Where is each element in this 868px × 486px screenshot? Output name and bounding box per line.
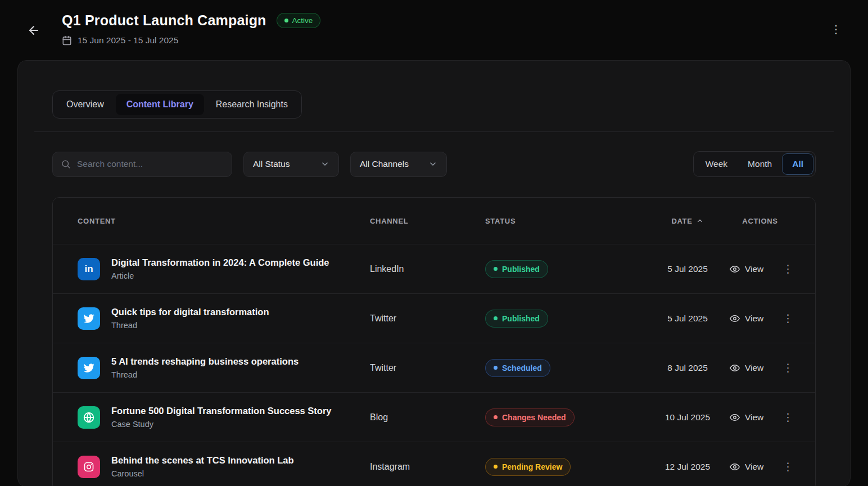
tab-content-library[interactable]: Content Library: [116, 94, 204, 115]
kebab-menu-icon: ⋮: [783, 411, 793, 423]
campaign-card: Overview Content Library Research Insigh…: [17, 60, 851, 486]
tab-divider: [34, 131, 834, 132]
status-filter-value: All Status: [253, 159, 290, 169]
search-input[interactable]: [77, 159, 224, 169]
page-title: Q1 Product Launch Campaign: [62, 12, 266, 29]
status-label: Changes Needed: [502, 413, 566, 422]
instagram-icon: [78, 456, 100, 478]
linkedin-icon: in: [78, 258, 100, 280]
view-toggle-all[interactable]: All: [783, 154, 813, 174]
channel-filter-value: All Channels: [360, 159, 409, 169]
eye-icon: [730, 462, 740, 472]
status-filter-dropdown[interactable]: All Status: [243, 152, 339, 177]
status-dot-icon: [284, 19, 288, 22]
table-header-row: CONTENT CHANNEL STATUS DATE ACTIONS: [53, 198, 815, 244]
content-type: Carousel: [111, 469, 294, 478]
status-label: Pending Review: [502, 462, 562, 471]
table-row: Fortune 500 Digital Transformation Succe…: [53, 392, 815, 442]
row-menu-button[interactable]: ⋮: [778, 360, 798, 375]
channel-cell: Blog: [370, 412, 485, 423]
header-menu-button[interactable]: ⋮: [825, 20, 848, 38]
status-dot-icon: [494, 267, 498, 271]
kebab-menu-icon: ⋮: [783, 312, 793, 324]
status-dot-icon: [494, 366, 498, 370]
eye-icon: [730, 264, 740, 274]
date-cell: 5 Jul 2025: [645, 264, 730, 274]
view-button-label: View: [745, 412, 763, 423]
globe-icon: [78, 406, 100, 429]
status-dot-icon: [494, 465, 498, 469]
content-type: Article: [111, 271, 329, 280]
sort-ascending-icon: [696, 217, 704, 225]
status-pill: Scheduled: [485, 359, 550, 377]
content-title: Digital Transformation in 2024: A Comple…: [111, 257, 329, 268]
table-row: 5 AI trends reshaping business operation…: [53, 343, 815, 392]
view-button[interactable]: View: [730, 264, 763, 274]
view-button-label: View: [745, 363, 763, 373]
content-title: Quick tips for digital transformation: [111, 307, 269, 317]
chevron-down-icon: [428, 160, 437, 169]
view-button[interactable]: View: [730, 314, 763, 324]
search-box: [52, 152, 232, 177]
status-badge: Active: [277, 13, 321, 28]
table-row: Behind the scenes at TCS Innovation Lab …: [53, 442, 815, 486]
status-pill: Published: [485, 260, 548, 278]
kebab-menu-icon: ⋮: [783, 263, 793, 275]
status-badge-label: Active: [292, 16, 313, 25]
view-toggle-month[interactable]: Month: [738, 154, 781, 174]
channel-cell: Twitter: [370, 363, 485, 373]
campaign-date-range: 15 Jun 2025 - 15 Jul 2025: [78, 35, 178, 46]
eye-icon: [730, 412, 740, 423]
table-row: Quick tips for digital transformation Th…: [53, 293, 815, 343]
status-pill: Pending Review: [485, 458, 571, 476]
eye-icon: [730, 314, 740, 324]
view-toggle-week[interactable]: Week: [696, 154, 737, 174]
row-menu-button[interactable]: ⋮: [778, 410, 798, 425]
tab-overview[interactable]: Overview: [56, 94, 115, 115]
date-cell: 10 Jul 2025: [645, 412, 730, 423]
twitter-icon: [78, 357, 100, 379]
page-header: Q1 Product Launch Campaign Active 15 Jun…: [0, 0, 868, 46]
filter-bar: All Status All Channels Week Month All: [52, 151, 816, 177]
column-header-date[interactable]: DATE: [645, 217, 730, 225]
column-header-content: CONTENT: [78, 217, 370, 225]
row-menu-button[interactable]: ⋮: [778, 261, 798, 276]
view-button-label: View: [745, 314, 763, 324]
content-type: Thread: [111, 370, 299, 379]
channel-cell: Twitter: [370, 314, 485, 324]
date-cell: 8 Jul 2025: [645, 363, 730, 373]
view-button[interactable]: View: [730, 462, 763, 472]
content-type: Case Study: [111, 420, 332, 429]
chevron-down-icon: [320, 160, 329, 169]
status-pill: Changes Needed: [485, 408, 575, 426]
view-button-label: View: [745, 462, 763, 472]
content-type: Thread: [111, 321, 269, 330]
status-dot-icon: [494, 415, 498, 419]
column-header-channel: CHANNEL: [370, 217, 485, 225]
channel-cell: Instagram: [370, 462, 485, 472]
column-header-date-label: DATE: [671, 217, 692, 225]
row-menu-button[interactable]: ⋮: [778, 459, 798, 474]
status-label: Published: [502, 265, 540, 274]
table-row: in Digital Transformation in 2024: A Com…: [53, 244, 815, 293]
kebab-menu-icon: ⋮: [783, 362, 793, 374]
calendar-icon: [62, 35, 72, 46]
eye-icon: [730, 363, 740, 373]
date-cell: 5 Jul 2025: [645, 314, 730, 324]
status-pill: Published: [485, 310, 548, 328]
row-menu-button[interactable]: ⋮: [778, 311, 798, 326]
channel-filter-dropdown[interactable]: All Channels: [350, 152, 447, 177]
back-button[interactable]: [25, 21, 43, 39]
view-toggle: Week Month All: [693, 151, 816, 177]
column-header-actions: ACTIONS: [730, 217, 790, 225]
view-button[interactable]: View: [730, 412, 763, 423]
content-table: CONTENT CHANNEL STATUS DATE ACTIONS in D…: [52, 197, 816, 486]
content-title: Fortune 500 Digital Transformation Succe…: [111, 406, 332, 416]
column-header-status: STATUS: [485, 217, 645, 225]
kebab-menu-icon: ⋮: [830, 23, 842, 35]
arrow-left-icon: [27, 24, 40, 37]
kebab-menu-icon: ⋮: [783, 461, 793, 473]
view-button-label: View: [745, 264, 763, 274]
view-button[interactable]: View: [730, 363, 763, 373]
tab-research-insights[interactable]: Research Insights: [205, 94, 299, 115]
